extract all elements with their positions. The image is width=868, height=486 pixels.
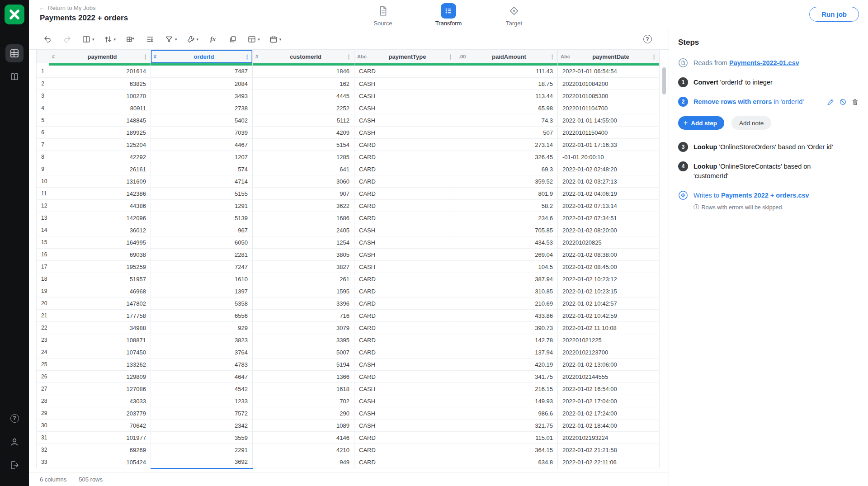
grid-cell[interactable]: 2022-01-02 07:13:14 [558,200,660,212]
grid-cell[interactable]: 137.94 [456,346,558,359]
grid-cell[interactable]: CASH [354,395,456,407]
row-number[interactable]: 2 [37,78,49,90]
grid-cell[interactable]: 4445 [253,90,354,102]
grid-cell[interactable]: 4146 [253,432,354,444]
grid-cell[interactable]: 177758 [49,310,151,322]
grid-cell[interactable]: 69.3 [456,163,558,175]
grid-cell[interactable]: CARD [354,163,456,175]
back-to-jobs-link[interactable]: ← Return to My Jobs [39,5,128,11]
grid-cell[interactable]: 42292 [49,151,151,163]
grid-cell[interactable]: 3764 [151,346,253,359]
grid-cell[interactable]: 5155 [151,188,253,200]
row-number[interactable]: 32 [37,444,49,456]
grid-cell[interactable]: 2022-01-02 13:06:00 [558,359,660,371]
grid-cell[interactable]: 3805 [253,249,354,261]
row-number[interactable]: 31 [37,432,49,444]
grid-cell[interactable]: 2022-01-02 03:27:13 [558,175,660,188]
row-number[interactable]: 19 [37,285,49,297]
column-header-paidAmount[interactable]: .00paidAmount⋮ [456,50,558,63]
grid-cell[interactable]: 162 [253,78,354,90]
grid-cell[interactable]: 273.14 [456,139,558,151]
grid-cell[interactable]: 7487 [151,66,253,78]
grid-cell[interactable]: 1618 [253,383,354,395]
grid-cell[interactable]: 3396 [253,297,354,310]
column-menu-icon[interactable]: ⋮ [244,53,250,60]
grid-cell[interactable]: CARD [354,273,456,285]
grid-cell[interactable]: 261 [253,273,354,285]
edit-step-icon[interactable] [827,98,835,106]
row-number[interactable]: 12 [37,200,49,212]
grid-cell[interactable]: 574 [151,163,253,175]
grid-cell[interactable]: 6050 [151,236,253,249]
tools-menu-button[interactable]: ▾ [184,32,201,47]
grid-cell[interactable]: 203779 [49,407,151,420]
grid-cell[interactable]: 1207 [151,151,253,163]
grid-cell[interactable]: 967 [151,224,253,236]
grid-cell[interactable]: 2291 [151,444,253,456]
grid-cell[interactable]: 5402 [151,114,253,127]
grid-cell[interactable]: 1233 [151,395,253,407]
grid-cell[interactable]: 164995 [49,236,151,249]
grid-cell[interactable]: 2022-01-02 10:42:57 [558,297,660,310]
grid-cell[interactable]: CASH [354,261,456,273]
grid-cell[interactable]: 20220102193224 [558,432,660,444]
row-number[interactable]: 22 [37,322,49,334]
sidebar-item-logout[interactable] [5,456,24,474]
grid-cell[interactable]: 20220101085300 [558,90,660,102]
run-job-button[interactable]: Run job [809,7,859,22]
row-number[interactable]: 25 [37,359,49,371]
grid-cell[interactable]: CASH [354,90,456,102]
grid-cell[interactable]: CASH [354,359,456,371]
grid-cell[interactable]: 434.53 [456,236,558,249]
grid-cell[interactable]: CARD [354,212,456,224]
redo-button[interactable] [60,32,75,47]
grid-cell[interactable]: 2022-01-01 17:16:33 [558,139,660,151]
grid-cell[interactable]: 69038 [49,249,151,261]
grid-cell[interactable]: 43033 [49,395,151,407]
step-write-target[interactable]: Writes to Payments 2022 + orders.csv [678,190,860,200]
grid-cell[interactable]: 341.75 [456,371,558,383]
grid-cell[interactable]: 5358 [151,297,253,310]
rows-menu-button[interactable] [142,32,158,47]
grid-cell[interactable]: 2022-01-02 10:23:12 [558,273,660,285]
app-logo[interactable] [5,5,24,24]
step-1-convert[interactable]: 1 Convert 'orderId' to integer [678,77,860,87]
grid-cell[interactable]: CASH [354,127,456,139]
grid-cell[interactable]: CARD [354,334,456,346]
grid-cell[interactable]: CARD [354,297,456,310]
grid-cell[interactable]: 4210 [253,444,354,456]
grid-cell[interactable]: CARD [354,322,456,334]
grid-cell[interactable]: 3395 [253,334,354,346]
grid-cell[interactable]: 641 [253,163,354,175]
grid-cell[interactable]: 326.45 [456,151,558,163]
pipeline-step-target[interactable]: Target [494,3,534,27]
grid-cell[interactable]: 101977 [49,432,151,444]
grid-cell[interactable]: 2022-01-02 10:42:59 [558,310,660,322]
step-2-remove-errors[interactable]: 2 Remove rows with errors in 'orderId' [678,97,860,107]
grid-cell[interactable]: 7572 [151,407,253,420]
grid-cell[interactable]: 2022-01-02 21:21:58 [558,444,660,456]
grid-cell[interactable]: 801.9 [456,188,558,200]
output-file-name[interactable]: Payments 2022 + orders.csv [721,192,809,199]
grid-cell[interactable]: 125204 [49,139,151,151]
sidebar-item-account[interactable] [5,433,24,451]
grid-cell[interactable]: 147802 [49,297,151,310]
row-number[interactable]: 8 [37,151,49,163]
row-number[interactable]: 26 [37,371,49,383]
row-number[interactable]: 21 [37,310,49,322]
grid-cell[interactable]: 105424 [49,456,151,468]
sort-menu-button[interactable]: ▾ [101,32,118,47]
grid-cell[interactable]: 3692 [151,456,253,468]
row-number[interactable]: 28 [37,395,49,407]
row-number[interactable]: 29 [37,407,49,420]
grid-cell[interactable]: CASH [354,224,456,236]
column-header-customerId[interactable]: #customerId⋮ [253,50,354,63]
grid-cell[interactable]: 2022-01-02 16:54:00 [558,383,660,395]
grid-cell[interactable]: 2022-01-02 11:10:08 [558,322,660,334]
grid-cell[interactable]: 115.01 [456,432,558,444]
grid-cell[interactable]: 3823 [151,334,253,346]
grid-cell[interactable]: 202201020825 [558,236,660,249]
grid-cell[interactable]: CARD [354,285,456,297]
row-number[interactable]: 17 [37,261,49,273]
row-number[interactable]: 24 [37,346,49,359]
